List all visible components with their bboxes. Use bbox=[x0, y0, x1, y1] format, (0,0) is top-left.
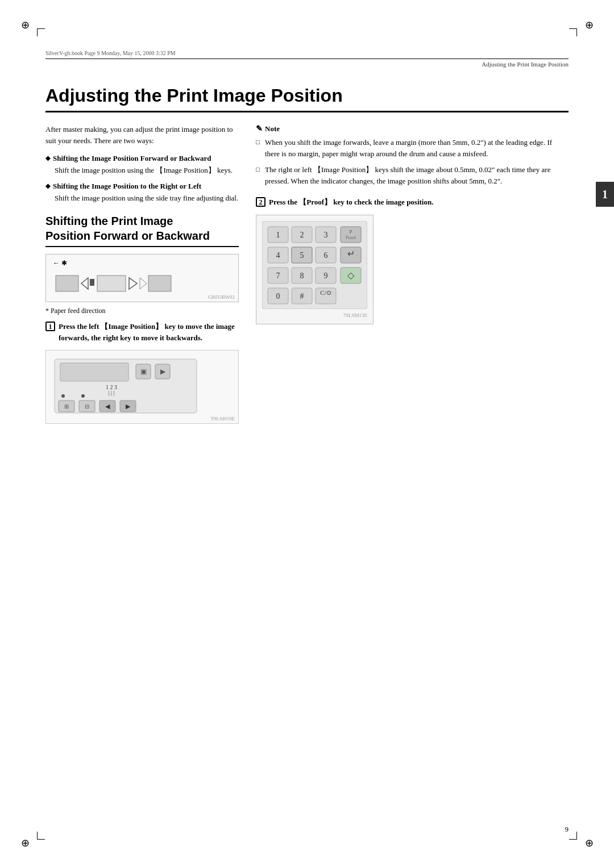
bullet-1-header: Shifting the Image Position Forward or B… bbox=[45, 154, 239, 163]
paper-feed-note: * Paper feed direction bbox=[45, 307, 239, 315]
forward-backward-diagram: ← ✱ GRFORW0 bbox=[45, 254, 239, 302]
svg-text:6: 6 bbox=[324, 251, 328, 260]
step-2-text: Press the 【Proof】 key to check the image… bbox=[269, 197, 433, 208]
reg-mark-br: ⊕ bbox=[581, 835, 597, 851]
page-number: 9 bbox=[565, 825, 569, 834]
note-item-2: The right or left 【Image Position】 keys … bbox=[256, 164, 569, 187]
svg-rect-0 bbox=[56, 276, 78, 291]
svg-text:◇: ◇ bbox=[347, 270, 355, 280]
svg-text:▣: ▣ bbox=[140, 368, 147, 375]
svg-rect-2 bbox=[90, 279, 94, 286]
svg-text:C/⊙: C/⊙ bbox=[320, 289, 331, 296]
svg-text:⊞: ⊞ bbox=[64, 403, 69, 410]
header-meta: SilverV-gb.book Page 9 Monday, May 15, 2… bbox=[45, 50, 569, 56]
bullet-2-body: Shift the image position using the side … bbox=[55, 193, 239, 204]
svg-text:Proof: Proof bbox=[346, 235, 356, 240]
control-panel-diagram: ▣ ▶ 1 2 3 | | | ⊞ bbox=[45, 350, 239, 424]
svg-text:#: # bbox=[300, 292, 304, 301]
svg-text:3: 3 bbox=[324, 231, 328, 239]
bullet-1-body: Shift the image position using the 【Imag… bbox=[55, 165, 239, 176]
reg-mark-tl: ⊕ bbox=[17, 17, 33, 33]
intro-paragraph: After master making, you can adjust the … bbox=[45, 124, 239, 146]
step-2-number: 2 bbox=[256, 197, 265, 207]
svg-text:0: 0 bbox=[276, 292, 280, 301]
note-header: ✎ Note bbox=[256, 124, 569, 133]
svg-point-15 bbox=[61, 394, 65, 398]
svg-text:4: 4 bbox=[276, 251, 280, 260]
reg-mark-tr: ⊕ bbox=[581, 17, 597, 33]
section-heading: Shifting the Print Image Position Forwar… bbox=[45, 214, 239, 247]
svg-marker-5 bbox=[140, 278, 147, 289]
svg-text:↵: ↵ bbox=[347, 249, 355, 258]
svg-marker-1 bbox=[81, 278, 88, 289]
keypad-code: 7SLSM13E bbox=[262, 312, 367, 318]
step-1: 1 Press the left 【Image Position】 key to… bbox=[45, 321, 239, 343]
svg-rect-6 bbox=[148, 276, 171, 291]
diagram-arrow-label: ← ✱ bbox=[53, 259, 231, 268]
header-rule bbox=[45, 59, 569, 59]
page-header: SilverV-gb.book Page 9 Monday, May 15, 2… bbox=[45, 50, 569, 68]
svg-text:▶: ▶ bbox=[126, 403, 131, 410]
note-item-1: When you shift the image forwards, leave… bbox=[256, 137, 569, 160]
svg-text:8: 8 bbox=[300, 272, 304, 280]
bullet-2-header: Shifting the Image Position to the Right… bbox=[45, 182, 239, 191]
crop-mark-tl bbox=[37, 28, 45, 36]
control-diagram-code: T9LSI019E bbox=[211, 416, 235, 422]
control-panel-svg: ▣ ▶ 1 2 3 | | | ⊞ bbox=[52, 356, 200, 419]
svg-text:5: 5 bbox=[300, 251, 304, 260]
step-1-text: Press the left 【Image Position】 key to m… bbox=[59, 321, 239, 343]
svg-text:2: 2 bbox=[300, 231, 304, 239]
chapter-tab: 1 bbox=[596, 182, 614, 207]
note-section: ✎ Note When you shift the image forwards… bbox=[256, 124, 569, 187]
svg-rect-8 bbox=[60, 363, 128, 381]
note-icon: ✎ bbox=[256, 124, 263, 133]
svg-text:|  |  |: | | | bbox=[108, 390, 114, 396]
right-column: ✎ Note When you shift the image forwards… bbox=[256, 124, 569, 424]
svg-text:1: 1 bbox=[276, 231, 280, 239]
step-1-number: 1 bbox=[45, 322, 55, 331]
main-content: Adjusting the Print Image Position After… bbox=[45, 85, 569, 811]
page-title: Adjusting the Print Image Position bbox=[45, 85, 569, 112]
step-2: 2 Press the 【Proof】 key to check the ima… bbox=[256, 197, 569, 208]
svg-text:▶: ▶ bbox=[160, 368, 166, 375]
svg-text:⊟: ⊟ bbox=[85, 403, 89, 410]
svg-text:9: 9 bbox=[324, 272, 328, 280]
crop-mark-br bbox=[569, 832, 577, 840]
bullet-item-1: Shifting the Image Position Forward or B… bbox=[45, 154, 239, 176]
position-diagram-svg bbox=[53, 270, 212, 298]
header-section-title: Adjusting the Print Image Position bbox=[45, 61, 569, 68]
two-column-layout: After master making, you can adjust the … bbox=[45, 124, 569, 424]
keypad-diagram: 1 2 3 P Proof 4 5 bbox=[256, 215, 374, 324]
svg-point-16 bbox=[81, 394, 85, 398]
svg-marker-4 bbox=[129, 278, 137, 289]
svg-text:P: P bbox=[349, 229, 352, 235]
reg-mark-bl: ⊕ bbox=[17, 835, 33, 851]
left-column: After master making, you can adjust the … bbox=[45, 124, 239, 424]
svg-text:7: 7 bbox=[276, 272, 280, 280]
keypad-svg: 1 2 3 P Proof 4 5 bbox=[262, 221, 367, 309]
crop-mark-bl bbox=[37, 832, 45, 840]
svg-rect-3 bbox=[97, 276, 126, 291]
crop-mark-tr bbox=[569, 28, 577, 36]
bullet-item-2: Shifting the Image Position to the Right… bbox=[45, 182, 239, 204]
svg-text:◀: ◀ bbox=[105, 403, 110, 410]
diagram-code-1: GRFORW02 bbox=[208, 294, 235, 300]
